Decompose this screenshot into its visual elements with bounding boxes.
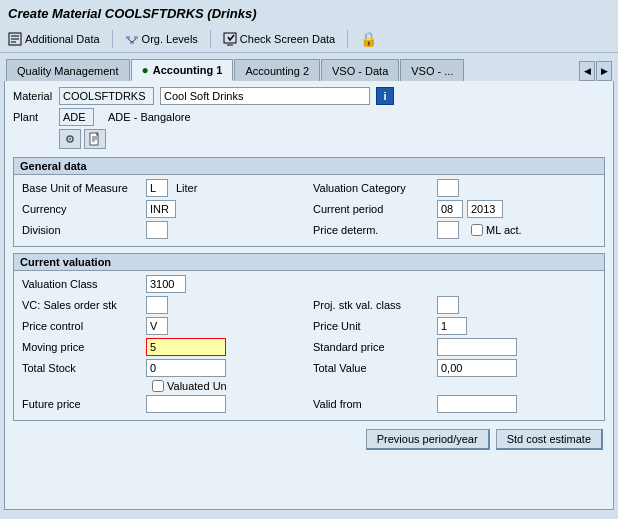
org-levels-icon bbox=[125, 32, 139, 46]
check-screen-icon bbox=[223, 32, 237, 46]
val-right-4: Standard price bbox=[309, 338, 596, 359]
ml-act-checkbox[interactable] bbox=[471, 224, 483, 236]
val-left-6: Future price bbox=[22, 395, 309, 416]
tab-prev-btn[interactable]: ◀ bbox=[579, 61, 595, 81]
proj-stk-label: Proj. stk val. class bbox=[313, 299, 433, 311]
valuated-un-label: Valuated Un bbox=[167, 380, 227, 392]
currency-row: Currency bbox=[22, 200, 305, 218]
price-control-label: Price control bbox=[22, 320, 142, 332]
additional-data-btn[interactable]: Additional Data bbox=[8, 32, 100, 46]
main-content: Material i Plant ADE - Bangalore General… bbox=[4, 81, 614, 510]
price-control-input[interactable] bbox=[146, 317, 168, 335]
ml-act-label: ML act. bbox=[486, 224, 522, 236]
general-row-3: Division Price determ. ML act. bbox=[22, 221, 596, 242]
svg-rect-9 bbox=[224, 33, 236, 43]
general-data-section: General data Base Unit of Measure Liter … bbox=[13, 157, 605, 247]
tab-accounting-2-label: Accounting 2 bbox=[245, 65, 309, 77]
total-stock-input[interactable] bbox=[146, 359, 226, 377]
material-input[interactable] bbox=[59, 87, 154, 105]
future-price-input[interactable] bbox=[146, 395, 226, 413]
base-unit-input[interactable] bbox=[146, 179, 168, 197]
tab-vso-more-label: VSO - ... bbox=[411, 65, 453, 77]
info-button[interactable]: i bbox=[376, 87, 394, 105]
total-value-input[interactable] bbox=[437, 359, 517, 377]
currency-label: Currency bbox=[22, 203, 142, 215]
division-label: Division bbox=[22, 224, 142, 236]
lock-btn[interactable]: 🔒 bbox=[360, 31, 377, 47]
vc-sales-label: VC: Sales order stk bbox=[22, 299, 142, 311]
valuated-un-wrap: Valuated Un bbox=[152, 380, 596, 392]
valuation-row-3: Price control Price Unit bbox=[22, 317, 596, 338]
plant-code[interactable] bbox=[59, 108, 94, 126]
val-class-row: Valuation Class bbox=[22, 275, 305, 293]
general-left-2: Currency bbox=[22, 200, 309, 221]
current-period-row: Current period bbox=[313, 200, 596, 218]
val-right-3: Price Unit bbox=[309, 317, 596, 338]
plant-description: ADE - Bangalore bbox=[108, 111, 191, 123]
valuation-row-6: Future price Valid from bbox=[22, 395, 596, 416]
current-period-month[interactable] bbox=[437, 200, 463, 218]
val-class-label: Valuation Class bbox=[22, 278, 142, 290]
division-input[interactable] bbox=[146, 221, 168, 239]
material-label: Material bbox=[13, 90, 53, 102]
general-right-3: Price determ. ML act. bbox=[309, 221, 596, 242]
price-unit-input[interactable] bbox=[437, 317, 467, 335]
plant-label: Plant bbox=[13, 111, 53, 123]
tab-accounting-1[interactable]: ● Accounting 1 bbox=[131, 59, 234, 81]
general-data-body: Base Unit of Measure Liter Valuation Cat… bbox=[14, 175, 604, 246]
toolbar-sep-1 bbox=[112, 30, 113, 48]
price-determ-input[interactable] bbox=[437, 221, 459, 239]
price-determ-label: Price determ. bbox=[313, 224, 433, 236]
vc-sales-input[interactable] bbox=[146, 296, 168, 314]
tab-accounting-2[interactable]: Accounting 2 bbox=[234, 59, 320, 81]
proj-stk-row: Proj. stk val. class bbox=[313, 296, 596, 314]
general-left-1: Base Unit of Measure Liter bbox=[22, 179, 309, 200]
tab-quality-label: Quality Management bbox=[17, 65, 119, 77]
current-period-year[interactable] bbox=[467, 200, 503, 218]
proj-stk-input[interactable] bbox=[437, 296, 459, 314]
toolbar-sep-2 bbox=[210, 30, 211, 48]
valuation-cat-input[interactable] bbox=[437, 179, 459, 197]
org-levels-btn[interactable]: Org. Levels bbox=[125, 32, 198, 46]
val-class-input[interactable] bbox=[146, 275, 186, 293]
val-right-2: Proj. stk val. class bbox=[309, 296, 596, 317]
total-stock-row: Total Stock bbox=[22, 359, 305, 377]
standard-price-label: Standard price bbox=[313, 341, 433, 353]
vc-sales-row: VC: Sales order stk bbox=[22, 296, 305, 314]
valid-from-input[interactable] bbox=[437, 395, 517, 413]
price-unit-label: Price Unit bbox=[313, 320, 433, 332]
check-screen-label: Check Screen Data bbox=[240, 33, 335, 45]
tab-vso-more[interactable]: VSO - ... bbox=[400, 59, 464, 81]
valuation-row-1: Valuation Class bbox=[22, 275, 596, 296]
future-price-row: Future price bbox=[22, 395, 305, 413]
ml-act-wrap: ML act. bbox=[471, 224, 522, 236]
additional-data-label: Additional Data bbox=[25, 33, 100, 45]
future-price-label: Future price bbox=[22, 398, 142, 410]
currency-input[interactable] bbox=[146, 200, 176, 218]
check-screen-btn[interactable]: Check Screen Data bbox=[223, 32, 335, 46]
valuated-un-checkbox[interactable] bbox=[152, 380, 164, 392]
standard-price-input[interactable] bbox=[437, 338, 517, 356]
valuation-row-4: Moving price Standard price bbox=[22, 338, 596, 359]
tab-vso-data[interactable]: VSO - Data bbox=[321, 59, 399, 81]
current-valuation-body: Valuation Class VC: Sales order stk Pr bbox=[14, 271, 604, 420]
current-period-label: Current period bbox=[313, 203, 433, 215]
material-description[interactable] bbox=[160, 87, 370, 105]
std-cost-btn[interactable]: Std cost estimate bbox=[496, 429, 603, 450]
previous-period-btn[interactable]: Previous period/year bbox=[366, 429, 490, 450]
svg-rect-5 bbox=[134, 36, 138, 39]
division-row: Division bbox=[22, 221, 305, 239]
tab-quality-management[interactable]: Quality Management bbox=[6, 59, 130, 81]
val-left-5: Total Stock bbox=[22, 359, 309, 380]
price-control-row: Price control bbox=[22, 317, 305, 335]
org-levels-label: Org. Levels bbox=[142, 33, 198, 45]
valuation-row-2: VC: Sales order stk Proj. stk val. class bbox=[22, 296, 596, 317]
tab-next-btn[interactable]: ▶ bbox=[596, 61, 612, 81]
moving-price-input[interactable] bbox=[146, 338, 226, 356]
val-right-5: Total Value bbox=[309, 359, 596, 380]
page-title: Create Material COOLSFTDRKS (Drinks) bbox=[8, 6, 257, 21]
settings-icon-btn[interactable] bbox=[59, 129, 81, 149]
general-right-1: Valuation Category bbox=[309, 179, 596, 200]
document-icon-btn[interactable] bbox=[84, 129, 106, 149]
valuation-cat-label: Valuation Category bbox=[313, 182, 433, 194]
